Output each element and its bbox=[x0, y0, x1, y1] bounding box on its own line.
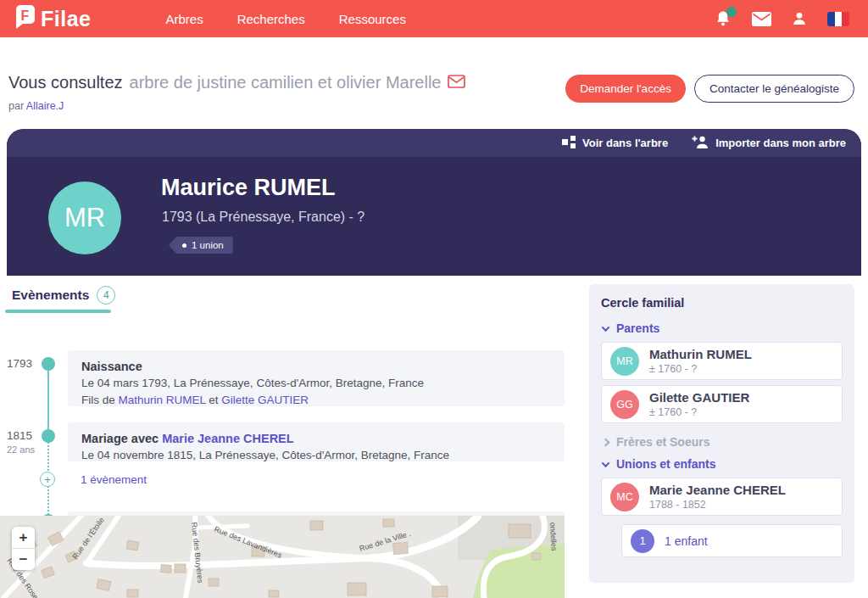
events-timeline: 1793 Naissance Le 04 mars 1793, La Préne… bbox=[0, 312, 565, 544]
notification-dot bbox=[726, 7, 737, 17]
relation-prefix: Fils de bbox=[81, 394, 119, 406]
nav-item-ressources[interactable]: Ressources bbox=[339, 12, 406, 26]
union-badge-label: 1 union bbox=[192, 240, 224, 250]
child-count-badge: 1 bbox=[631, 529, 654, 553]
section-parents[interactable]: Parents bbox=[603, 321, 843, 335]
tab-events-label: Evènements bbox=[12, 288, 89, 303]
tree-owner-link[interactable]: Allaire.J bbox=[26, 100, 64, 112]
family-circle-title: Cercle familial bbox=[601, 296, 843, 310]
header-buttons: Demander l'accès Contacter le généalogis… bbox=[565, 75, 854, 103]
event-detail: Le 04 mars 1793, La Prénessaye, Côtes-d'… bbox=[81, 375, 551, 392]
event-title-prefix: Mariage avec bbox=[81, 432, 162, 445]
timeline-dot bbox=[42, 429, 55, 443]
top-nav: F Filae Arbres Recherches Ressources bbox=[0, 0, 868, 37]
avatar: MC bbox=[610, 483, 639, 511]
children-card[interactable]: 1 1 enfant bbox=[621, 524, 843, 557]
contact-envelope-icon[interactable] bbox=[448, 73, 465, 92]
event-title: Naissance bbox=[81, 358, 551, 375]
view-in-tree-label: Voir dans l'arbre bbox=[582, 137, 668, 149]
notifications-bell-icon[interactable] bbox=[715, 10, 732, 27]
avatar: MR bbox=[610, 347, 639, 376]
section-siblings-label: Frères et Soeurs bbox=[616, 435, 710, 449]
union-count-badge[interactable]: 1 union bbox=[169, 237, 233, 254]
person-card-dates: 1788 - 1852 bbox=[649, 498, 786, 511]
more-events-link[interactable]: 1 évènement bbox=[81, 473, 147, 486]
svg-text:F: F bbox=[21, 8, 30, 23]
event-year: 1815 bbox=[7, 429, 32, 442]
language-flag-fr-icon[interactable] bbox=[827, 12, 849, 26]
event-year: 1793 bbox=[7, 357, 32, 370]
viewing-header: Vous consultez arbre de justine camilien… bbox=[8, 73, 465, 112]
person-avatar: MR bbox=[48, 182, 121, 254]
tree-name: arbre de justine camilien et olivier Mar… bbox=[130, 73, 442, 92]
chevron-down-icon bbox=[602, 323, 610, 332]
badge-dot-icon bbox=[182, 243, 186, 248]
nav-menu: Arbres Recherches Ressources bbox=[165, 12, 405, 26]
person-lifespan: 1793 (La Prénessaye, France) - ? bbox=[162, 210, 364, 225]
viewing-prefix: Vous consultez bbox=[8, 73, 123, 92]
tabs-row: Evènements 4 bbox=[0, 284, 565, 312]
import-to-tree-label: Importer dans mon arbre bbox=[715, 137, 846, 149]
event-age: 22 ans bbox=[7, 444, 35, 455]
relation-joiner: et bbox=[206, 394, 222, 406]
chevron-down-icon bbox=[602, 459, 610, 467]
location-map[interactable]: Rue de l'Étoile Rue des Lavandières Rue … bbox=[0, 516, 565, 598]
person-card-name: Gilette GAUTIER bbox=[649, 390, 749, 405]
filae-logo-icon: F bbox=[14, 5, 36, 32]
person-card-name: Marie Jeanne CHEREL bbox=[649, 483, 786, 498]
view-in-tree-button[interactable]: Voir dans l'arbre bbox=[562, 136, 668, 151]
children-link: 1 enfant bbox=[665, 534, 708, 548]
timeline-line bbox=[47, 364, 49, 436]
add-event-plus-icon[interactable]: + bbox=[40, 472, 55, 487]
contact-genealogist-button[interactable]: Contacter le généalogiste bbox=[694, 75, 854, 103]
avatar: GG bbox=[610, 390, 639, 419]
map-canvas: Rue de l'Étoile Rue des Lavandières Rue … bbox=[0, 516, 565, 598]
owner-prefix: par bbox=[8, 100, 26, 112]
section-parents-label: Parents bbox=[616, 321, 659, 335]
section-unions-label: Unions et enfants bbox=[616, 457, 715, 471]
person-card-dates: ± 1760 - ? bbox=[649, 405, 749, 419]
section-unions[interactable]: Unions et enfants bbox=[603, 457, 843, 471]
hero-toolbar: Voir dans l'arbre Importer dans mon arbr… bbox=[7, 129, 861, 157]
event-card-marriage: Mariage avec Marie Jeanne CHEREL Le 04 n… bbox=[68, 422, 565, 461]
person-add-icon bbox=[692, 136, 709, 151]
map-zoom-out-button[interactable]: − bbox=[12, 549, 35, 570]
section-siblings[interactable]: Frères et Soeurs bbox=[603, 435, 843, 449]
person-card-mother[interactable]: GG Gilette GAUTIER ± 1760 - ? bbox=[601, 385, 843, 423]
chevron-right-icon bbox=[602, 438, 610, 446]
messages-mail-icon[interactable] bbox=[752, 12, 771, 26]
mother-link[interactable]: Gilette GAUTIER bbox=[221, 394, 309, 406]
events-section: Evènements 4 1793 Naissance Le 04 mars 1… bbox=[0, 284, 565, 544]
street-label: ondelles bbox=[548, 523, 559, 552]
family-circle-panel: Cercle familial Parents MR Mathurin RUME… bbox=[589, 284, 854, 583]
import-to-tree-button[interactable]: Importer dans mon arbre bbox=[692, 136, 846, 151]
person-hero-panel: Voir dans l'arbre Importer dans mon arbr… bbox=[7, 129, 861, 276]
filae-logo-text: Filae bbox=[41, 7, 91, 31]
spouse-link[interactable]: Marie Jeanne CHEREL bbox=[162, 432, 294, 445]
map-zoom-in-button[interactable]: + bbox=[12, 527, 35, 548]
events-count-badge: 4 bbox=[97, 286, 115, 305]
person-card-father[interactable]: MR Mathurin RUMEL ± 1760 - ? bbox=[601, 342, 843, 380]
event-card-birth: Naissance Le 04 mars 1793, La Prénessaye… bbox=[68, 350, 565, 406]
request-access-button[interactable]: Demander l'accès bbox=[565, 75, 686, 103]
tab-events[interactable]: Evènements 4 bbox=[12, 286, 115, 305]
person-card-spouse[interactable]: MC Marie Jeanne CHEREL 1788 - 1852 bbox=[601, 478, 843, 516]
person-card-dates: ± 1760 - ? bbox=[649, 362, 752, 376]
father-link[interactable]: Mathurin RUMEL bbox=[119, 394, 206, 406]
nav-item-recherches[interactable]: Recherches bbox=[237, 12, 305, 26]
map-zoom-controls: + − bbox=[12, 527, 35, 570]
nav-item-arbres[interactable]: Arbres bbox=[165, 12, 203, 26]
person-name: Maurice RUMEL bbox=[161, 175, 336, 201]
filae-logo[interactable]: F Filae bbox=[14, 5, 91, 32]
person-card-name: Mathurin RUMEL bbox=[649, 347, 752, 362]
timeline-dot bbox=[42, 357, 55, 371]
nav-right-icons bbox=[715, 10, 849, 27]
event-detail: Le 04 novembre 1815, La Prénessaye, Côte… bbox=[81, 447, 551, 464]
account-user-icon[interactable] bbox=[792, 11, 807, 26]
tree-chart-icon bbox=[562, 136, 576, 151]
